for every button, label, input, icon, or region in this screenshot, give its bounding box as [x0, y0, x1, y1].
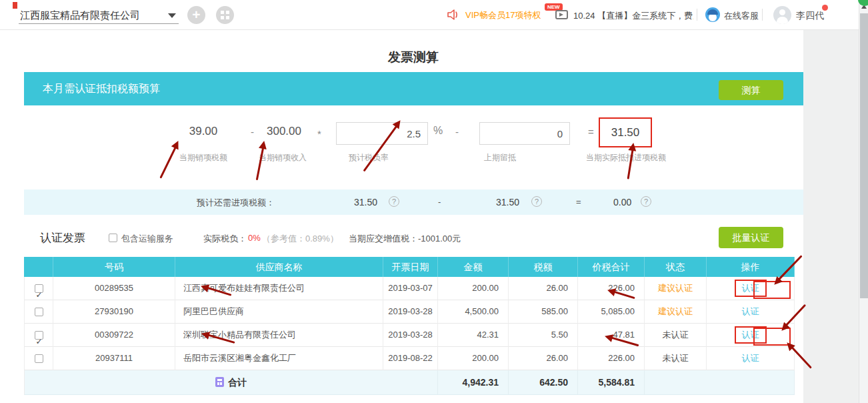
cell-total: 47.81	[578, 324, 645, 347]
apps-grid-button[interactable]	[216, 6, 234, 24]
row-checkbox-cell	[24, 300, 53, 324]
table-header-row: 号码供应商名称开票日期金额税额价税合计状态操作	[24, 257, 795, 277]
cell-status: 未认证	[645, 324, 707, 347]
tax-rate-label: 预计税负率	[349, 152, 389, 163]
cell-amount: 200.00	[438, 347, 509, 370]
divider	[762, 9, 763, 21]
add-company-button[interactable]: +	[187, 6, 205, 24]
status-badge: 未认证	[663, 353, 689, 363]
sales-income-value: 300.00	[251, 125, 317, 138]
vat-payable-text: 当期应交增值税：-1001.00元	[349, 233, 461, 245]
cell-tax: 26.00	[509, 347, 578, 370]
cell-tax: 585.00	[509, 300, 578, 324]
row-checkbox[interactable]	[35, 308, 43, 316]
certify-action-link[interactable]: 认证	[742, 353, 759, 363]
notification-dot	[822, 5, 828, 11]
footer-tax-total: 642.50	[509, 370, 578, 395]
cell-supplier: 阿里巴巴供应商	[175, 300, 383, 324]
transport-label: 包含运输服务	[121, 233, 173, 245]
chevron-down-icon	[168, 13, 176, 18]
divider	[697, 9, 697, 21]
status-badge: 建议认证	[658, 306, 693, 316]
equals-operator: =	[576, 197, 581, 207]
cell-total: 5,085.00	[578, 300, 645, 324]
cell-status: 未认证	[645, 347, 707, 370]
red-flag-icon	[13, 2, 17, 9]
help-icon[interactable]	[531, 196, 542, 207]
batch-certify-button[interactable]: 批量认证	[719, 227, 783, 248]
minus-operator: -	[438, 197, 441, 207]
calculate-button[interactable]: 测算	[719, 80, 783, 100]
footer-grand-total: 5,584.81	[578, 370, 645, 395]
status-badge: 建议认证	[658, 283, 693, 293]
cell-invoice-number: 00309722	[53, 324, 175, 347]
result-value: 31.50	[611, 126, 640, 139]
result-label: 当期实际抵扣进项税额	[586, 152, 666, 163]
cell-status: 建议认证	[645, 300, 707, 324]
broadcast-link[interactable]: 10.24 【直播】金三系统下，费用	[573, 10, 693, 22]
certify-action-link[interactable]: 认证	[742, 306, 759, 316]
cell-total: 226.00	[578, 277, 645, 300]
scrollbar[interactable]	[859, 0, 868, 403]
transport-checkbox[interactable]	[109, 234, 117, 242]
cell-date: 2019-03-28	[383, 300, 438, 324]
footer-empty-cell	[645, 370, 795, 395]
row-checkbox-cell	[24, 324, 53, 347]
row-checkbox[interactable]	[35, 354, 43, 363]
cell-supplier: 深圳联宝小精品有限责任公司	[175, 324, 383, 347]
column-header: 操作	[707, 257, 795, 277]
user-avatar[interactable]	[773, 6, 791, 24]
tax-burden-value: 0%	[248, 233, 261, 243]
row-checkbox[interactable]	[35, 284, 43, 293]
row-checkbox[interactable]	[35, 331, 43, 340]
grid-icon	[221, 11, 229, 19]
certify-action-link[interactable]: 认证	[735, 326, 767, 344]
row-checkbox-cell	[24, 347, 53, 370]
footer-total-label: 合计	[228, 377, 247, 388]
help-icon[interactable]	[389, 196, 399, 207]
column-header: 税额	[509, 257, 578, 277]
vip-banner-link[interactable]: VIP畅会员17项特权	[465, 9, 541, 21]
column-header: 金额	[438, 257, 509, 277]
cell-invoice-number: 20937111	[53, 347, 175, 370]
tax-burden-label: 实际税负：	[203, 233, 247, 245]
company-selector[interactable]: 江西服宝精品有限责任公司	[20, 8, 180, 24]
scrollbar-thumb[interactable]	[860, 13, 868, 298]
username[interactable]: 李四代	[796, 10, 824, 22]
result-highlight-box: 31.50	[599, 117, 652, 147]
header-checkbox-cell	[24, 257, 53, 277]
page-title: 发票测算	[0, 49, 827, 66]
cell-supplier: 岳阳市云溪区湘粤金鑫化工厂	[175, 347, 383, 370]
cell-invoice-number: 27930190	[53, 300, 175, 324]
cell-tax: 5.50	[509, 324, 578, 347]
cell-amount: 200.00	[438, 277, 509, 300]
footer-total-label-cell: 合计	[24, 370, 438, 395]
estimate-strip: 预计还需进项税额： 31.50 - 31.50 = 0.00	[24, 189, 803, 215]
customer-service-icon	[705, 7, 720, 22]
cell-amount: 4,500.00	[438, 300, 509, 324]
cell-date: 2019-03-28	[383, 324, 438, 347]
prev-retained-label: 上期留抵	[484, 152, 516, 163]
table-body: 00289535江西真可爱布娃娃有限责任公司2019-03-07200.0026…	[24, 277, 795, 370]
output-tax-value: 39.00	[170, 125, 237, 138]
estimate-value-3: 0.00	[613, 197, 631, 208]
sales-income-label: 当期销项收入	[259, 152, 307, 163]
cell-date: 2019-03-07	[383, 277, 438, 300]
cell-action: 认证	[707, 300, 795, 324]
estimate-value-1: 31.50	[354, 197, 377, 208]
estimate-label: 预计还需进项税额：	[197, 197, 275, 209]
tax-rate-input[interactable]	[336, 122, 428, 145]
table-row: 20937111岳阳市云溪区湘粤金鑫化工厂2019-08-22200.0026.…	[24, 347, 795, 370]
status-badge: 未认证	[663, 330, 689, 340]
percent-sign: %	[433, 125, 443, 137]
online-service-link[interactable]: 在线客服	[724, 10, 759, 22]
divider	[19, 23, 179, 24]
certify-action-link[interactable]: 认证	[735, 280, 767, 297]
equals-operator: =	[588, 126, 594, 137]
help-icon[interactable]	[641, 196, 651, 207]
prev-retained-input[interactable]	[479, 122, 570, 145]
column-header: 号码	[53, 257, 175, 277]
table-row: 00289535江西真可爱布娃娃有限责任公司2019-03-07200.0026…	[24, 277, 795, 300]
estimate-value-2: 31.50	[496, 197, 519, 208]
cell-amount: 42.31	[438, 324, 509, 347]
